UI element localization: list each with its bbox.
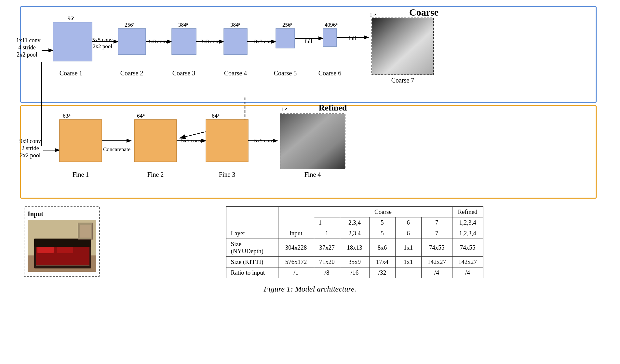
c4-node bbox=[224, 29, 247, 55]
architecture-table-container: Coarse Refined 1 2,3,4 5 6 7 1,2,3,4 bbox=[113, 206, 596, 278]
c7-channels: 1 bbox=[370, 12, 372, 18]
table-header-coarse: Coarse bbox=[314, 207, 452, 217]
f3-arrow: ↗ bbox=[216, 113, 220, 118]
table-cell-nyu-fine: 74x55 bbox=[452, 239, 483, 257]
table-cell-ratio-234: /16 bbox=[340, 267, 369, 278]
c4-label: Coarse 4 bbox=[224, 70, 247, 77]
c6-node bbox=[323, 29, 337, 46]
c3-label: Coarse 3 bbox=[172, 70, 195, 77]
c7-arrow: ↗ bbox=[373, 12, 376, 17]
op-c1-c2-1: 5x5 conv bbox=[92, 37, 113, 43]
input-label: Input bbox=[28, 210, 96, 218]
c1-arrow-icon: ↗ bbox=[71, 16, 75, 20]
input-image bbox=[28, 220, 96, 272]
table-cell-layer-6: 6 bbox=[395, 228, 421, 239]
table-cell-kitti-label: Size (KITTI) bbox=[226, 257, 278, 267]
table-cell-layer-input: input bbox=[278, 228, 314, 239]
table-header-fine: Refined bbox=[452, 207, 483, 217]
table-cell-nyu-input: 304x228 bbox=[278, 239, 314, 257]
table-cell-layer-7: 7 bbox=[421, 228, 452, 239]
table-cell-kitti-5: 17x4 bbox=[369, 257, 395, 267]
table-row-nyu: Size (NYUDepth) 304x228 37x27 18x13 8x6 … bbox=[226, 239, 483, 257]
table-subheader-1: 1 bbox=[314, 217, 340, 228]
table-cell-kitti-input: 576x172 bbox=[278, 257, 314, 267]
table-row-ratio: Ratio to input /1 /8 /16 /32 – /4 /4 bbox=[226, 267, 483, 278]
coarse-output-image bbox=[372, 18, 434, 75]
coarse-input-op3: 2x2 pool bbox=[17, 51, 37, 58]
f3-node bbox=[206, 120, 248, 162]
table-cell-ratio-1: /8 bbox=[314, 267, 340, 278]
table-cell-nyu-6: 1x1 bbox=[395, 239, 421, 257]
refined-output-image bbox=[280, 114, 345, 169]
table-cell-ratio-5: /32 bbox=[369, 267, 395, 278]
table-cell-layer-1: 1 bbox=[314, 228, 340, 239]
c5-node bbox=[276, 29, 295, 48]
op-c1-c2-2: 2x2 pool bbox=[93, 43, 112, 49]
input-section: Input bbox=[24, 206, 100, 277]
table-row-layer: Layer input 1 2,3,4 5 6 7 1,2,3,4 bbox=[226, 228, 483, 239]
fine-input-op1: 9x9 conv bbox=[20, 138, 41, 144]
concatenate-label: Concatenate bbox=[103, 146, 130, 152]
c3-arrow: ↗ bbox=[185, 22, 188, 27]
table-cell-ratio-input: /1 bbox=[278, 267, 314, 278]
c6-label: Coarse 6 bbox=[318, 70, 342, 77]
table-cell-nyu-5: 8x6 bbox=[369, 239, 395, 257]
table-cell-kitti-fine: 142x27 bbox=[452, 257, 483, 267]
svg-rect-0 bbox=[20, 6, 596, 102]
table-cell-ratio-fine: /4 bbox=[452, 267, 483, 278]
f1-node bbox=[60, 120, 102, 162]
f4-label: Fine 4 bbox=[304, 171, 321, 178]
table-subheader-fine: 1,2,3,4 bbox=[452, 217, 483, 228]
table-cell-kitti-1: 71x20 bbox=[314, 257, 340, 267]
svg-rect-24 bbox=[80, 225, 91, 238]
op-c6-c7: full bbox=[348, 35, 356, 41]
table-subheader-234: 2,3,4 bbox=[340, 217, 369, 228]
f2-node bbox=[134, 120, 177, 162]
f4-arrow: ↗ bbox=[284, 107, 288, 111]
c1-label: Coarse 1 bbox=[60, 70, 83, 77]
table-cell-nyu-234: 18x13 bbox=[340, 239, 369, 257]
table-cell-layer-fine: 1,2,3,4 bbox=[452, 228, 483, 239]
c3-node bbox=[172, 29, 196, 55]
f2-arrow: ↗ bbox=[142, 113, 145, 118]
table-cell-nyu-1: 37x27 bbox=[314, 239, 340, 257]
svg-rect-22 bbox=[34, 239, 91, 247]
refined-output-label: Refined bbox=[319, 103, 347, 112]
f3-label: Fine 3 bbox=[219, 171, 236, 178]
c2-node bbox=[118, 29, 146, 55]
c7-label: Coarse 7 bbox=[391, 77, 414, 84]
c4-arrow: ↗ bbox=[237, 22, 240, 27]
table-cell-kitti-234: 35x9 bbox=[340, 257, 369, 267]
f4-channels: 1 bbox=[281, 106, 284, 112]
table-subheader-6: 6 bbox=[395, 217, 421, 228]
fine-input-op3: 2x2 pool bbox=[20, 152, 41, 159]
table-cell-ratio-7: /4 bbox=[421, 267, 452, 278]
table-header-input bbox=[278, 207, 314, 228]
c2-label: Coarse 2 bbox=[120, 70, 143, 77]
f1-arrow: ↗ bbox=[67, 113, 71, 118]
table-subheader-5: 5 bbox=[369, 217, 395, 228]
c1-node bbox=[53, 22, 92, 61]
c2-arrow: ↗ bbox=[131, 22, 135, 27]
coarse-input-op1: 11x11 conv bbox=[17, 37, 41, 44]
table-header-layer bbox=[226, 207, 278, 228]
op-c5-c6: full bbox=[304, 38, 312, 45]
coarse-output-label: Coarse bbox=[409, 7, 438, 18]
coarse-input-op2: 4 stride bbox=[18, 44, 36, 51]
architecture-table: Coarse Refined 1 2,3,4 5 6 7 1,2,3,4 bbox=[226, 206, 483, 278]
table-cell-ratio-6: – bbox=[395, 267, 421, 278]
table-row-kitti: Size (KITTI) 576x172 71x20 35x9 17x4 1x1… bbox=[226, 257, 483, 267]
f2-label: Fine 2 bbox=[147, 171, 164, 178]
table-cell-kitti-6: 1x1 bbox=[395, 257, 421, 267]
table-subheader-7: 7 bbox=[421, 217, 452, 228]
c6-channels: 4096 bbox=[325, 22, 336, 28]
table-cell-kitti-7: 142x27 bbox=[421, 257, 452, 267]
table-cell-nyu-label: Size (NYUDepth) bbox=[226, 239, 278, 257]
table-cell-nyu-7: 74x55 bbox=[421, 239, 452, 257]
table-cell-ratio-label: Ratio to input bbox=[226, 267, 278, 278]
table-cell-layer-234: 2,3,4 bbox=[340, 228, 369, 239]
table-cell-layer-5: 5 bbox=[369, 228, 395, 239]
c6-arrow: ↗ bbox=[334, 22, 338, 27]
figure-caption: Figure 1: Model architecture. bbox=[17, 285, 603, 293]
table-cell-layer-name: Layer bbox=[226, 228, 278, 239]
